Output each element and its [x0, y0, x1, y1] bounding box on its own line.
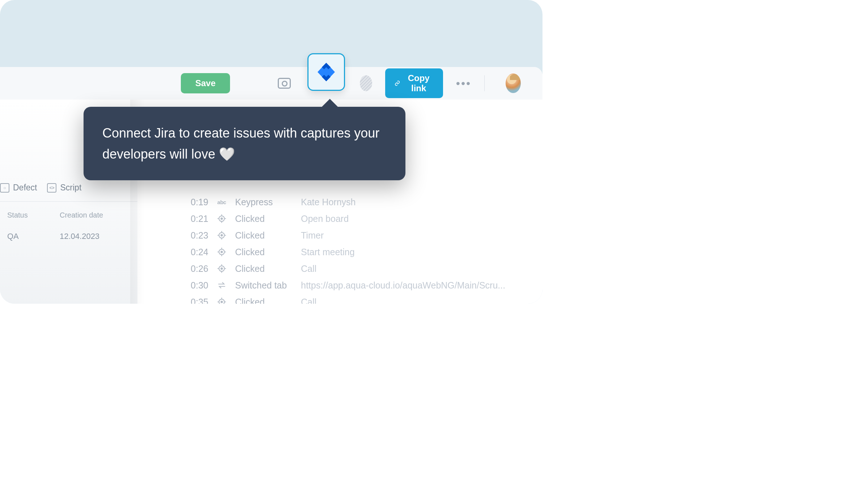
tab-defect[interactable]: ○ Defect — [0, 183, 37, 193]
click-icon — [216, 296, 227, 304]
activity-time: 0:23 — [188, 230, 208, 241]
svg-point-5 — [221, 251, 222, 253]
link-icon — [395, 80, 400, 87]
click-icon — [216, 213, 227, 224]
save-button[interactable]: Save — [181, 73, 230, 93]
activity-time: 0:30 — [188, 280, 208, 291]
copy-link-button[interactable]: Copy link — [385, 68, 443, 98]
switch-icon — [216, 280, 227, 291]
svg-point-7 — [221, 268, 222, 269]
activity-detail: Timer — [301, 230, 532, 241]
activity-detail: https://app.aqua-cloud.io/aquaWebNG/Main… — [301, 280, 532, 291]
click-icon — [216, 247, 227, 257]
outer-frame: Save Copy link ••• — [0, 0, 542, 304]
tab-label: Script — [60, 183, 81, 193]
activity-detail: Start meeting — [301, 247, 532, 257]
activity-row[interactable]: 0:19abcKeypressKate Hornysh — [188, 194, 532, 210]
activity-row[interactable]: 0:21ClickedOpen board — [188, 210, 532, 227]
copy-link-label: Copy link — [404, 73, 434, 93]
activity-type: Keypress — [235, 197, 293, 207]
activity-time: 0:26 — [188, 264, 208, 274]
tab-label: Defect — [13, 183, 37, 193]
date-cell: 12.04.2023 — [60, 232, 112, 241]
toolbar: Save Copy link ••• — [0, 67, 542, 100]
sidebar-column-headers: Status Creation date — [0, 202, 137, 227]
activity-type: Clicked — [235, 247, 293, 257]
col-status: Status — [7, 211, 60, 219]
avatar[interactable] — [506, 73, 521, 93]
activity-time: 0:24 — [188, 247, 208, 257]
activity-detail: Call — [301, 297, 532, 304]
linear-button[interactable] — [360, 75, 372, 91]
activity-row[interactable]: 0:24ClickedStart meeting — [188, 244, 532, 260]
toolbar-divider — [484, 75, 485, 91]
col-creation-date: Creation date — [60, 211, 112, 219]
abc-icon: abc — [216, 197, 227, 207]
heart-icon: 🤍 — [219, 147, 235, 161]
activity-type: Clicked — [235, 264, 293, 274]
activity-type: Switched tab — [235, 280, 293, 291]
jira-button[interactable] — [307, 53, 345, 91]
activity-type: Clicked — [235, 297, 293, 304]
activity-detail: Call — [301, 264, 532, 274]
activity-row[interactable]: 0:23ClickedTimer — [188, 227, 532, 244]
activity-row[interactable]: 0:26ClickedCall — [188, 260, 532, 277]
tooltip-text: Connect Jira to create issues with captu… — [102, 126, 379, 161]
activity-row[interactable]: 0:30Switched tabhttps://app.aqua-cloud.i… — [188, 277, 532, 294]
camera-icon — [278, 78, 291, 89]
jira-icon — [315, 61, 337, 83]
activity-time: 0:35 — [188, 297, 208, 304]
defect-icon: ○ — [0, 183, 9, 193]
app-window: Save Copy link ••• — [0, 67, 542, 304]
click-icon — [216, 230, 227, 241]
activity-row[interactable]: 0:35ClickedCall — [188, 294, 532, 304]
click-icon — [216, 263, 227, 274]
svg-point-1 — [221, 218, 222, 219]
tab-script[interactable]: <> Script — [47, 183, 81, 193]
activity-detail: Kate Hornysh — [301, 197, 532, 207]
activity-time: 0:19 — [188, 197, 208, 207]
camera-button[interactable] — [277, 73, 292, 93]
activity-detail: Open board — [301, 214, 532, 224]
activity-type: Clicked — [235, 230, 293, 241]
more-button[interactable]: ••• — [456, 77, 472, 90]
activity-time: 0:21 — [188, 214, 208, 224]
table-row[interactable]: QA 12.04.2023 — [0, 227, 137, 246]
status-cell: QA — [7, 232, 60, 241]
activity-type: Clicked — [235, 214, 293, 224]
jira-tooltip: Connect Jira to create issues with captu… — [84, 107, 405, 180]
script-icon: <> — [47, 183, 56, 193]
svg-point-9 — [221, 301, 222, 303]
svg-point-3 — [221, 235, 222, 236]
